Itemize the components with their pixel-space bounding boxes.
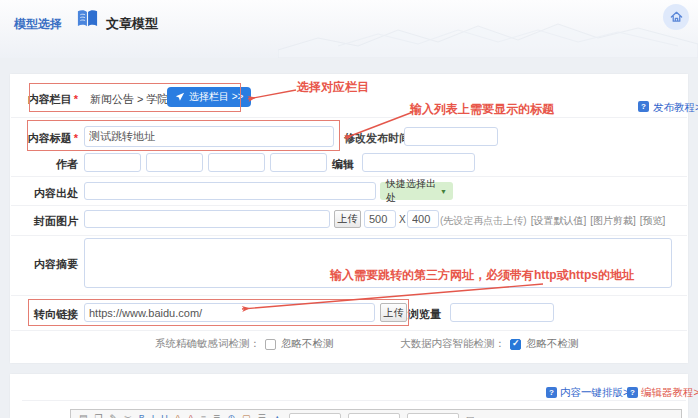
divider [11,235,687,236]
select-column-button[interactable]: 选择栏目 >> [167,87,251,107]
help-icon[interactable]: ? [627,387,638,398]
author-label: 作者 [30,157,78,172]
required-mark: * [74,132,78,144]
cover-image-input[interactable] [84,210,330,228]
editor-toolbar-icon[interactable]: ≣ [213,413,221,418]
dimension-times-label: X [399,214,406,225]
content-source-input[interactable] [84,182,376,200]
required-mark: * [74,93,78,105]
sensitive-ignore-label: 忽略不检测 [281,337,334,351]
book-icon [76,9,99,33]
editor-label: 编辑 [330,157,354,172]
annotation-input-url: 输入需要跳转的第三方网址，必须带有http或https的地址 [330,267,634,284]
top-header: 模型选择 文章模型 [0,0,698,58]
editor-toolbar-icon[interactable]: ≡ [201,413,206,418]
quick-source-select-label: 快捷选择出处 [386,177,440,205]
content-title-label: 内容标题* [20,131,78,146]
annotation-input-title: 输入列表上需要显示的标题 [410,101,554,118]
quick-source-select[interactable]: 快捷选择出处 ▼ [380,182,453,200]
editor-toolbar-icon[interactable]: ▲ [273,413,282,418]
editor-toolbar-icon[interactable]: ✎ [110,413,118,418]
editor-toolbar-icon[interactable]: A [175,413,181,418]
chevron-down-icon: ▼ [440,188,447,195]
editor-toolbar-icon[interactable]: B [139,413,145,418]
editor-toolbar-icon[interactable]: ▭ [466,413,475,418]
editor-toolbar-icon[interactable]: ✂ [124,413,132,418]
editor-toolbar-icon[interactable]: ☰ [258,413,266,418]
redirect-url-input[interactable] [84,303,375,322]
help-icon[interactable]: ? [638,101,649,112]
cover-upload-button[interactable]: 上传 [334,210,361,228]
cover-width-input[interactable] [364,210,396,228]
editor-toolbar: ▤ ❐ ✎ ✂ B I U A A ≡ ≣ ⊕ ▢ ☰ ▲ ▾ ▾ ▾ ▭ [70,409,682,418]
editor-toolbar-icon[interactable]: ▢ [242,413,251,418]
cover-hint: (先设定再点击上传) [440,214,527,228]
redirect-upload-button[interactable]: 上传 [380,303,407,322]
view-count-input[interactable] [450,303,554,322]
author-input-4[interactable] [270,153,327,172]
greatwall-watermark [278,0,698,58]
bigdata-detect-label: 大数据内容智能检测： [400,337,505,351]
editor-size-select[interactable]: ▾ [348,413,400,418]
content-column-label: 内容栏目* [20,92,78,107]
content-title-input[interactable] [84,126,334,147]
editor-toolbar-icon[interactable]: ⊕ [228,413,236,418]
cover-image-label: 封面图片 [30,214,78,229]
select-column-button-label: 选择栏目 >> [189,90,243,104]
editor-toolbar-icon[interactable]: I [152,413,155,418]
author-input-3[interactable] [208,153,265,172]
editor-style-select[interactable]: ▾ [407,413,459,418]
sensitive-ignore-checkbox[interactable] [265,339,276,350]
editor-toolbar-icon[interactable]: U [161,413,168,418]
editor-toolbar-icon[interactable]: ▤ [79,413,88,418]
view-count-label: 浏览量 [405,307,441,322]
bigdata-ignore-label: 忽略不检测 [526,337,579,351]
page: 模型选择 文章模型 内容栏目* 新闻公告 > 学院新闻 > 选择栏目 >> 内容… [0,0,698,418]
set-default-link[interactable]: [设置默认值] [531,214,587,228]
divider [11,295,687,296]
home-icon [669,10,684,24]
editor-input[interactable] [362,153,475,172]
tab-model-select[interactable]: 模型选择 [14,16,62,33]
page-title: 文章模型 [106,15,158,33]
editor-font-select[interactable]: ▾ [289,413,341,418]
cover-height-input[interactable] [407,210,439,228]
publish-time-label: 修改发布时间: [344,131,400,146]
divider [11,330,687,331]
editor-tutorial-link[interactable]: 编辑器教程>> [641,386,698,400]
author-input-2[interactable] [146,153,203,172]
author-input-1[interactable] [84,153,141,172]
sensitive-detect-label: 系统精确敏感词检测： [155,337,260,351]
divider [11,117,687,118]
redirect-link-label: 转向链接 [30,307,78,322]
content-title-field [84,126,334,147]
content-summary-label: 内容摘要 [30,257,78,272]
publish-tutorial-link[interactable]: 发布教程>> [653,101,698,115]
divider [22,400,686,401]
editor-toolbar-icon[interactable]: ❐ [95,413,103,418]
bigdata-ignore-checkbox[interactable] [510,339,521,350]
one-click-layout-link[interactable]: 内容一键排版>> [560,386,635,400]
home-button[interactable] [663,4,689,30]
bigdata-check-group: 大数据内容智能检测： 忽略不检测 [400,337,579,351]
divider [11,205,687,206]
publish-time-input[interactable] [404,127,498,146]
divider [11,176,687,177]
editor-toolbar-icon[interactable]: A [188,413,194,418]
help-icon[interactable]: ? [546,387,557,398]
image-crop-link[interactable]: [图片剪裁] [590,214,636,228]
annotation-select-column: 选择对应栏目 [297,79,369,96]
preview-link[interactable]: [预览] [640,214,666,228]
content-source-label: 内容出处 [30,186,78,201]
cover-hint-row: (先设定再点击上传) [设置默认值] [图片剪裁] [预览] [440,214,665,228]
sensitive-check-group: 系统精确敏感词检测： 忽略不检测 [155,337,334,351]
send-icon [175,92,185,102]
